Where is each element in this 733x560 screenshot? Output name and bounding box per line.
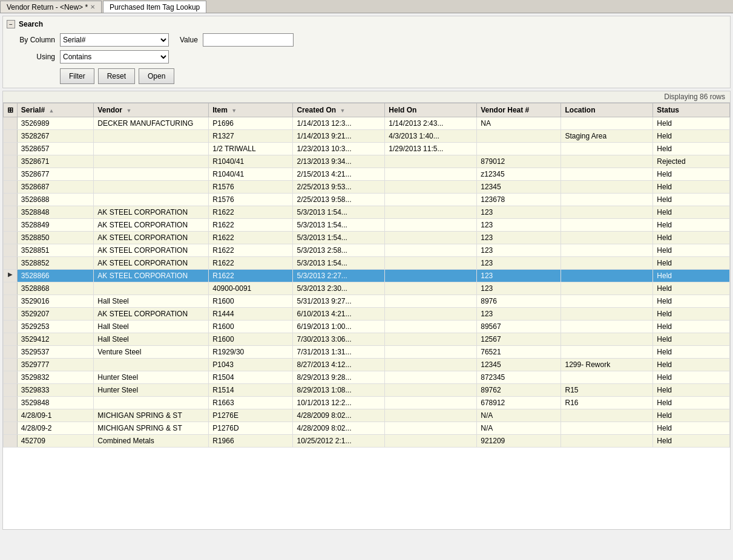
cell-vendor: Hall Steel (94, 321, 209, 333)
cell-vendor: AK STEEL CORPORATION (94, 244, 209, 257)
cell-vendorheat: z12345 (477, 168, 561, 181)
cell-location (561, 333, 653, 346)
table-row[interactable]: 452709Combined MetalsR196610/25/2012 2:1… (4, 435, 730, 448)
cell-item: R1622 (209, 270, 293, 282)
cell-vendorheat: 123 (477, 244, 561, 257)
cell-item: P1276E (209, 409, 293, 422)
table-row[interactable]: 3528677R1040/412/15/2013 4:21...z12345He… (4, 168, 730, 181)
table-row[interactable]: 3529207AK STEEL CORPORATIONR14446/10/201… (4, 308, 730, 321)
table-row[interactable]: 3528848AK STEEL CORPORATIONR16225/3/2013… (4, 206, 730, 219)
table-row[interactable]: 3529833Hunter SteelR15148/29/2013 1:08..… (4, 384, 730, 397)
open-button[interactable]: Open (139, 68, 174, 84)
cell-serial: 3529832 (17, 371, 94, 384)
col-heldon-header[interactable]: Held On (385, 103, 477, 117)
cell-vendor: AK STEEL CORPORATION (94, 206, 209, 219)
reset-button[interactable]: Reset (98, 68, 135, 84)
cell-location (561, 270, 653, 282)
by-column-select[interactable]: Serial# Vendor Item Created On Held On V… (60, 33, 169, 47)
cell-vendor: Hall Steel (94, 295, 209, 308)
cell-vendorheat: NA (477, 117, 561, 130)
cell-status: Held (653, 130, 730, 143)
cell-item: R1600 (209, 321, 293, 333)
table-row[interactable]: 3529412Hall SteelR16007/30/2013 3:06...1… (4, 333, 730, 346)
tab-vendor-return[interactable]: Vendor Return - <New> * ✕ (0, 1, 102, 13)
table-wrapper[interactable]: ⊞ Serial# ▲ Vendor ▼ Item ▼ Created On ▼… (3, 103, 730, 529)
table-row[interactable]: 35286571/2 TRIWALL1/23/2013 10:3...1/29/… (4, 143, 730, 155)
table-row[interactable]: 3529537Venture SteelR1929/307/31/2013 1:… (4, 346, 730, 359)
row-indicator (4, 422, 18, 435)
tab-purchased-item[interactable]: Purchased Item Tag Lookup (103, 1, 206, 13)
table-row[interactable]: 3529253Hall SteelR16006/19/2013 1:00...8… (4, 321, 730, 333)
col-vendor-header[interactable]: Vendor ▼ (94, 103, 209, 117)
tab-vendor-return-label: Vendor Return - <New> * (7, 3, 88, 11)
cell-vendorheat: 89567 (477, 321, 561, 333)
cell-vendorheat: 89762 (477, 384, 561, 397)
cell-serial: 3529537 (17, 346, 94, 359)
cell-item: R1444 (209, 308, 293, 321)
table-row[interactable]: 3528851AK STEEL CORPORATIONR16225/3/2013… (4, 244, 730, 257)
by-column-row: By Column Serial# Vendor Item Created On… (13, 33, 726, 47)
table-row[interactable]: 3529777P10438/27/2013 4:12...123451299- … (4, 359, 730, 371)
cell-heldon (385, 282, 477, 295)
cell-serial: 3529777 (17, 359, 94, 371)
cell-item: R1600 (209, 333, 293, 346)
cell-heldon (385, 371, 477, 384)
table-row[interactable]: 3528267R13271/14/2013 9:21...4/3/2013 1:… (4, 130, 730, 143)
table-row[interactable]: 3528671R1040/412/13/2013 9:34...879012Re… (4, 155, 730, 168)
table-row[interactable]: 3528852AK STEEL CORPORATIONR16225/3/2013… (4, 257, 730, 270)
col-createdon-header[interactable]: Created On ▼ (293, 103, 385, 117)
cell-status: Held (653, 397, 730, 409)
cell-createdon: 4/28/2009 8:02... (293, 409, 385, 422)
cell-vendor: DECKER MANUFACTURING (94, 117, 209, 130)
row-indicator: ▶ (4, 270, 18, 282)
table-row[interactable]: 3528687R15762/25/2013 9:53...12345Held (4, 181, 730, 194)
cell-vendorheat: 872345 (477, 371, 561, 384)
cell-serial: 3528677 (17, 168, 94, 181)
vendor-sort-icon: ▼ (126, 108, 131, 114)
table-row[interactable]: 3528849AK STEEL CORPORATIONR16225/3/2013… (4, 219, 730, 232)
cell-heldon (385, 155, 477, 168)
cell-vendor: AK STEEL CORPORATION (94, 219, 209, 232)
cell-createdon: 1/14/2013 12:3... (293, 117, 385, 130)
cell-vendorheat: 123678 (477, 194, 561, 206)
row-indicator (4, 435, 18, 448)
table-row[interactable]: 3528850AK STEEL CORPORATIONR16225/3/2013… (4, 232, 730, 244)
cell-serial: 3528852 (17, 257, 94, 270)
search-toggle-button[interactable]: − (7, 20, 15, 28)
cell-createdon: 5/3/2013 1:54... (293, 257, 385, 270)
table-row[interactable]: 3529016Hall SteelR16005/31/2013 9:27...8… (4, 295, 730, 308)
table-row[interactable]: 352886840900-00915/3/2013 2:30...123Held (4, 282, 730, 295)
row-indicator (4, 194, 18, 206)
filter-button[interactable]: Filter (60, 68, 94, 84)
table-row[interactable]: 3526989DECKER MANUFACTURINGP16961/14/201… (4, 117, 730, 130)
cell-heldon (385, 422, 477, 435)
cell-location (561, 219, 653, 232)
cell-location (561, 435, 653, 448)
table-row[interactable]: 4/28/09-1MICHIGAN SPRING & STP1276E4/28/… (4, 409, 730, 422)
cell-vendor (94, 282, 209, 295)
col-status-header[interactable]: Status (653, 103, 730, 117)
cell-status: Held (653, 422, 730, 435)
using-select[interactable]: Contains Starts With Equals (60, 50, 169, 63)
cell-status: Held (653, 244, 730, 257)
col-serial-header[interactable]: Serial# ▲ (17, 103, 94, 117)
table-row[interactable]: 3529848R166310/1/2013 12:2...678912R16He… (4, 397, 730, 409)
item-sort-icon: ▼ (231, 108, 237, 114)
table-row[interactable]: ▶3528866AK STEEL CORPORATIONR16225/3/201… (4, 270, 730, 282)
cell-vendorheat: 123 (477, 232, 561, 244)
cell-status: Held (653, 257, 730, 270)
value-input[interactable] (203, 33, 294, 47)
col-location-header[interactable]: Location (561, 103, 653, 117)
cell-location (561, 371, 653, 384)
cell-serial: 3528851 (17, 244, 94, 257)
col-vendorheat-header[interactable]: Vendor Heat # (477, 103, 561, 117)
table-row[interactable]: 3528688R15762/25/2013 9:58...123678Held (4, 194, 730, 206)
cell-createdon: 2/25/2013 9:53... (293, 181, 385, 194)
cell-status: Held (653, 308, 730, 321)
by-column-label: By Column (13, 36, 55, 44)
tab-vendor-return-close[interactable]: ✕ (90, 4, 95, 10)
table-row[interactable]: 4/28/09-2MICHIGAN SPRING & STP1276D4/28/… (4, 422, 730, 435)
cell-serial: 3526989 (17, 117, 94, 130)
col-item-header[interactable]: Item ▼ (209, 103, 293, 117)
table-row[interactable]: 3529832Hunter SteelR15048/29/2013 9:28..… (4, 371, 730, 384)
